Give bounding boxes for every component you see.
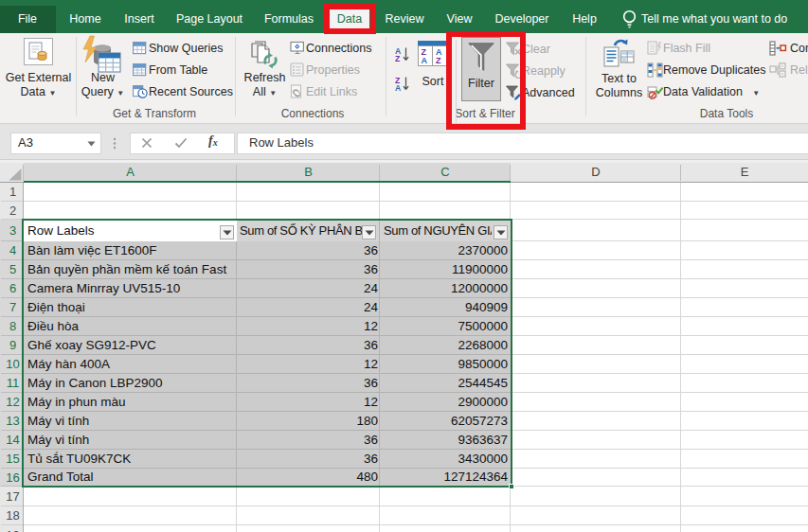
svg-text:A: A (436, 47, 442, 57)
svg-text:Z: Z (395, 54, 400, 62)
svg-text:Z: Z (436, 56, 441, 65)
svg-text:A: A (422, 56, 428, 65)
svg-text:Z: Z (422, 47, 427, 57)
svg-text:A: A (395, 83, 401, 92)
